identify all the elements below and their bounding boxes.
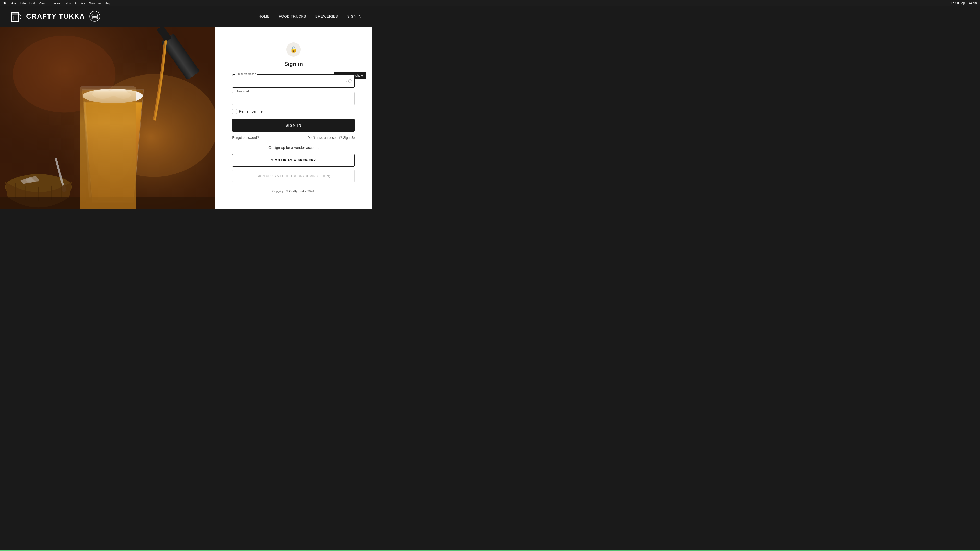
- menubar: ⌘ Arc File Edit View Spaces Tabs Archive…: [0, 0, 372, 6]
- email-input-icons: › ⓘ: [345, 79, 352, 83]
- menubar-app-name[interactable]: Arc: [11, 1, 17, 5]
- svg-rect-1: [11, 13, 19, 14]
- menubar-archive[interactable]: Archive: [75, 1, 86, 5]
- lock-icon: 🔒: [286, 42, 301, 57]
- autofill-icon: ›: [345, 79, 347, 83]
- remember-me-row: Remember me: [232, 109, 355, 114]
- nav-sign-in[interactable]: SIGN IN: [347, 14, 361, 18]
- menubar-window[interactable]: Window: [89, 1, 101, 5]
- svg-point-29: [92, 121, 134, 182]
- email-input[interactable]: [232, 75, 355, 88]
- links-row: Forgot password? Don't have an account? …: [232, 136, 355, 140]
- brewery-signup-button[interactable]: SIGN UP AS A BREWERY: [232, 154, 355, 167]
- navbar: CRAFTY TUKKA HOME FOOD TRUCKS BREWERIES …: [0, 6, 372, 27]
- nav-home[interactable]: HOME: [259, 14, 270, 18]
- remember-me-checkbox[interactable]: [232, 109, 237, 114]
- vendor-text: Or sign up for a vendor account: [232, 146, 355, 150]
- nav-links: HOME FOOD TRUCKS BREWERIES SIGN IN: [259, 14, 361, 18]
- content-area: No items to show 🔒 Sign in Email Address…: [0, 27, 372, 209]
- email-field-group: Email Address * › ⓘ: [232, 75, 355, 88]
- password-label: Password *: [235, 90, 251, 93]
- beer-mug-logo-icon: [10, 10, 23, 23]
- svg-point-6: [92, 14, 98, 16]
- svg-point-14: [83, 89, 143, 103]
- menubar-spaces[interactable]: Spaces: [49, 1, 60, 5]
- hero-image: [0, 27, 215, 209]
- copyright: Copyright © Crafty Tukka 2024.: [232, 189, 355, 193]
- menubar-file[interactable]: File: [21, 1, 26, 5]
- password-input[interactable]: [232, 92, 355, 105]
- lock-icon-wrapper: 🔒: [232, 42, 355, 57]
- signin-title: Sign in: [232, 61, 355, 67]
- crafty-tukka-link[interactable]: Crafty Tukka: [289, 189, 306, 193]
- svg-point-12: [13, 36, 115, 113]
- nav-breweries[interactable]: BREWERIES: [315, 14, 338, 18]
- website: CRAFTY TUKKA HOME FOOD TRUCKS BREWERIES …: [0, 6, 372, 209]
- menubar-help[interactable]: Help: [104, 1, 111, 5]
- beer-scene: [0, 27, 215, 209]
- nav-food-trucks[interactable]: FOOD TRUCKS: [279, 14, 306, 18]
- svg-point-15: [92, 89, 113, 99]
- forgot-password-link[interactable]: Forgot password?: [232, 136, 259, 140]
- signin-panel: No items to show 🔒 Sign in Email Address…: [215, 27, 372, 209]
- copyright-text: Copyright ©: [272, 189, 289, 193]
- foodtruck-signup-button: SIGN UP AS A FOOD TRUCK (COMING SOON): [232, 170, 355, 183]
- menubar-left: ⌘ Arc File Edit View Spaces Tabs Archive…: [3, 1, 111, 5]
- burger-logo-icon: [89, 11, 100, 22]
- signup-anchor[interactable]: Sign Up: [343, 136, 355, 140]
- nav-logo: CRAFTY TUKKA: [10, 10, 100, 23]
- main-content: CRAFTY TUKKA HOME FOOD TRUCKS BREWERIES …: [0, 6, 372, 209]
- svg-point-13: [90, 74, 216, 177]
- signin-button[interactable]: SIGN IN: [232, 119, 355, 132]
- remember-me-label: Remember me: [239, 110, 262, 114]
- password-field-group: Password *: [232, 92, 355, 105]
- signup-prompt: Don't have an account?: [307, 136, 342, 140]
- svg-point-16: [109, 89, 127, 97]
- svg-point-17: [115, 92, 130, 99]
- menubar-view[interactable]: View: [38, 1, 46, 5]
- menubar-tabs[interactable]: Tabs: [64, 1, 71, 5]
- logo-text: CRAFTY TUKKA: [26, 12, 85, 21]
- email-label: Email Address *: [235, 73, 257, 76]
- copyright-year: 2024.: [307, 189, 315, 193]
- beer-scene-svg: [0, 27, 215, 209]
- info-icon: ⓘ: [348, 79, 352, 83]
- svg-rect-28: [0, 197, 215, 209]
- apple-logo-icon[interactable]: ⌘: [3, 1, 6, 5]
- signin-form-container: 🔒 Sign in Email Address * › ⓘ: [232, 42, 355, 193]
- menubar-edit[interactable]: Edit: [29, 1, 35, 5]
- signup-link[interactable]: Don't have an account? Sign Up: [307, 136, 355, 140]
